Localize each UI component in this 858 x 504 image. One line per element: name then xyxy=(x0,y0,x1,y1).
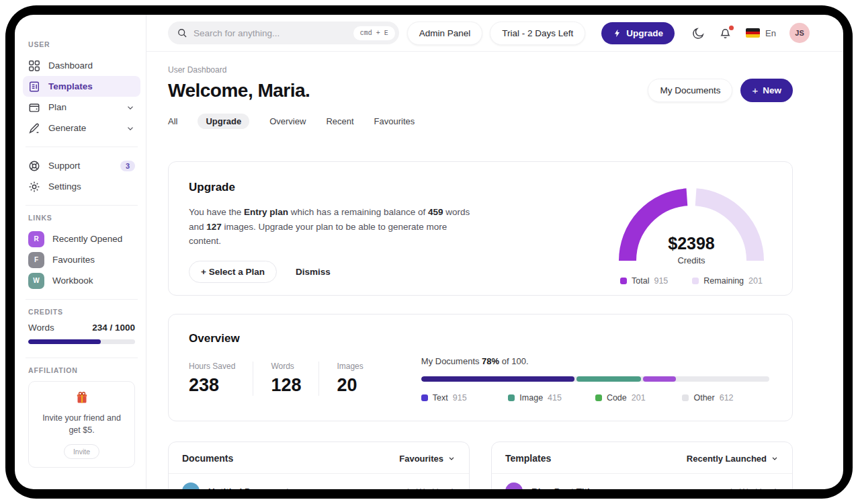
credits-row: Words 234 / 1000 xyxy=(28,323,135,333)
documents-progress-label: My Documents 78% of 100. xyxy=(421,356,769,366)
sidebar-link-recently-opened[interactable]: R Recently Opened xyxy=(23,228,140,249)
sidebar-item-label: Generate xyxy=(48,123,118,133)
upgrade-button[interactable]: Upgrade xyxy=(601,22,675,44)
templates-card-header: Templates Recently Launched xyxy=(492,442,792,474)
new-button[interactable]: + New xyxy=(740,79,793,102)
template-row[interactable]: Blog Post Title in Workbook xyxy=(492,474,792,489)
upgrade-button-label: Upgrade xyxy=(626,28,663,38)
search-input[interactable] xyxy=(194,28,347,38)
bottom-row: Documents Favourites Untitled Document i… xyxy=(168,442,793,489)
template-title: Blog Post Title xyxy=(531,487,595,490)
sidebar-item-generate[interactable]: Generate xyxy=(23,118,140,138)
upgrade-card-title: Upgrade xyxy=(189,181,478,194)
legend-swatch xyxy=(595,394,602,401)
sidebar-item-settings[interactable]: Settings xyxy=(23,176,140,197)
sidebar-item-label: Dashboard xyxy=(48,60,93,71)
tab-upgrade[interactable]: Upgrade xyxy=(198,114,249,129)
templates-icon xyxy=(28,81,40,93)
dismiss-button[interactable]: Dismiss xyxy=(296,267,331,277)
credits-gauge: $2398 Credits Total 915 Remaining xyxy=(613,181,769,295)
my-documents-button[interactable]: My Documents xyxy=(648,79,732,102)
select-plan-button[interactable]: + Select a Plan xyxy=(189,261,277,283)
sidebar-item-support[interactable]: Support 3 xyxy=(23,155,140,176)
sidebar-link-favourites[interactable]: F Favourites xyxy=(23,249,140,270)
gauge-chart: $2398 Credits xyxy=(613,181,769,265)
sidebar-divider xyxy=(26,205,138,206)
legend-item-remaining: Remaining 201 xyxy=(692,276,763,286)
link-avatar: W xyxy=(28,273,44,289)
title-row: Welcome, Maria. My Documents + New xyxy=(168,79,793,102)
tab-favourites[interactable]: Favourites xyxy=(374,116,415,126)
chevron-down-icon xyxy=(126,103,135,112)
sidebar-link-workbook[interactable]: W Workbook xyxy=(23,270,140,291)
gauge-legend: Total 915 Remaining 201 xyxy=(613,276,769,286)
sidebar-item-dashboard[interactable]: Dashboard xyxy=(23,55,140,76)
device-frame: USER Dashboard Templates Plan xyxy=(5,5,853,499)
notifications-button[interactable] xyxy=(719,27,732,40)
gear-icon xyxy=(28,181,40,193)
sidebar-item-plan[interactable]: Plan xyxy=(23,97,140,118)
link-avatar: F xyxy=(28,252,44,268)
affiliation-text: Invite your friend and get $5. xyxy=(36,413,128,436)
sidebar-section-user: USER xyxy=(28,40,135,48)
documents-filter-dropdown[interactable]: Favourites xyxy=(399,454,456,464)
page-content: User Dashboard Welcome, Maria. My Docume… xyxy=(146,52,843,489)
credits-progress-track xyxy=(28,339,135,344)
progress-legend: Text 915 Image 415 Code 201 xyxy=(421,393,769,403)
stat-images: Images 20 xyxy=(318,362,380,396)
notification-dot xyxy=(729,26,734,30)
user-avatar[interactable]: JS xyxy=(789,23,810,43)
bar-segment-text xyxy=(421,376,574,382)
gauge-center: $2398 Credits xyxy=(613,234,769,265)
language-label: En xyxy=(765,28,776,38)
tab-overview[interactable]: Overview xyxy=(269,116,306,126)
document-avatar xyxy=(182,482,200,489)
templates-filter-dropdown[interactable]: Recently Launched xyxy=(687,454,779,464)
document-row[interactable]: Untitled Document in Workbook xyxy=(169,474,469,489)
dashboard-grid-icon xyxy=(28,60,40,72)
legend-swatch xyxy=(692,278,699,284)
search-bar[interactable]: cmd + E xyxy=(168,22,399,44)
gauge-value: $2398 xyxy=(613,234,769,253)
legend-item-other: Other 612 xyxy=(682,393,769,403)
sidebar-item-label: Workbook xyxy=(52,276,93,286)
overview-card: Overview Hours Saved 238 Words 128 Image… xyxy=(168,314,793,421)
templates-card: Templates Recently Launched Blog Post Ti… xyxy=(491,442,793,489)
dark-mode-toggle[interactable] xyxy=(692,27,705,40)
gauge-label: Credits xyxy=(613,255,769,265)
overview-stats: Hours Saved 238 Words 128 Images 20 xyxy=(189,362,381,396)
admin-panel-button[interactable]: Admin Panel xyxy=(407,22,483,45)
affiliation-card: Invite your friend and get $5. Invite xyxy=(28,381,135,468)
sidebar-item-label: Support xyxy=(48,161,112,171)
documents-progress: My Documents 78% of 100. Text 915 xyxy=(421,332,769,421)
new-button-label: New xyxy=(763,85,781,95)
moon-icon xyxy=(692,27,705,40)
legend-swatch xyxy=(421,394,428,401)
documents-card-title: Documents xyxy=(182,453,233,464)
german-flag-icon xyxy=(746,28,760,38)
sidebar-item-templates[interactable]: Templates xyxy=(23,76,140,97)
sidebar-divider xyxy=(26,358,138,358)
sidebar-section-affiliation: AFFILIATION xyxy=(28,366,135,374)
app-window: USER Dashboard Templates Plan xyxy=(15,15,843,489)
legend-item-total: Total 915 xyxy=(620,276,668,286)
documents-card-header: Documents Favourites xyxy=(169,442,469,474)
support-count-badge: 3 xyxy=(120,161,135,171)
legend-swatch xyxy=(682,394,689,401)
language-selector[interactable]: En xyxy=(746,28,776,38)
legend-swatch xyxy=(620,278,627,284)
bar-segment-image xyxy=(576,376,641,382)
tab-recent[interactable]: Recent xyxy=(326,116,353,126)
document-location: in Workbook xyxy=(407,487,456,490)
upgrade-card-actions: + Select a Plan Dismiss xyxy=(189,261,478,283)
pencil-icon xyxy=(28,122,40,134)
sidebar-item-label: Templates xyxy=(48,81,93,91)
topbar: cmd + E Admin Panel Trial - 2 Days Left … xyxy=(146,15,843,52)
sidebar-item-label: Settings xyxy=(48,181,81,192)
tab-all[interactable]: All xyxy=(168,116,177,126)
invite-button[interactable]: Invite xyxy=(64,444,99,459)
sidebar-divider xyxy=(26,299,138,300)
trial-status-button[interactable]: Trial - 2 Days Left xyxy=(490,22,585,45)
legend-item-image: Image 415 xyxy=(508,393,595,403)
overview-card-title: Overview xyxy=(189,332,381,345)
